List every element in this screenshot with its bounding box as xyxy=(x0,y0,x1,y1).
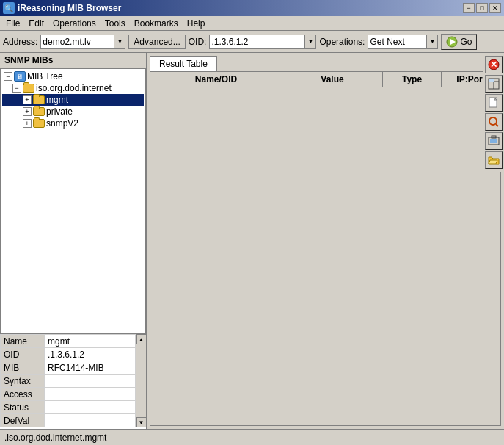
tree-expander-mgmt[interactable]: + xyxy=(23,95,32,104)
operations-input[interactable] xyxy=(368,35,426,49)
tree-node-iso[interactable]: − iso.org.dod.internet xyxy=(2,82,144,94)
prop-row-syntax: Syntax xyxy=(1,375,136,388)
maximize-button[interactable]: □ xyxy=(476,3,488,13)
status-text: .iso.org.dod.internet.mgmt xyxy=(4,433,106,443)
svg-point-11 xyxy=(489,117,497,125)
right-panel: Result Table Name/OID Value Type IP:Port… xyxy=(147,53,504,429)
oid-input[interactable] xyxy=(209,35,304,49)
stop-button[interactable]: ✕ xyxy=(485,56,503,73)
menu-operations[interactable]: Operations xyxy=(48,17,101,30)
prop-row-defval: DefVal xyxy=(1,414,136,427)
capture-icon xyxy=(488,135,500,147)
svg-rect-14 xyxy=(490,139,497,143)
tree-expander-iso[interactable]: − xyxy=(12,84,21,93)
window-title: iReasoning MIB Browser xyxy=(18,3,121,13)
status-bar: .iso.org.dod.internet.mgmt xyxy=(0,429,504,445)
address-dropdown-button[interactable]: ▼ xyxy=(114,35,125,49)
prop-value-mib: RFC1414-MIB xyxy=(45,361,136,375)
tree-expander-private[interactable]: + xyxy=(23,107,32,116)
props-scrollbar[interactable]: ▲ ▼ xyxy=(136,334,146,427)
prop-row-mib: MIB RFC1414-MIB xyxy=(1,361,136,375)
prop-row-access: Access xyxy=(1,388,136,401)
oid-combo-container: ▼ xyxy=(209,35,316,49)
computer-icon: 🖥 xyxy=(14,71,26,82)
tree-node-private[interactable]: + private xyxy=(2,106,144,117)
snmp-mibs-header: SNMP MIBs xyxy=(0,53,146,68)
prop-row-status: Status xyxy=(1,401,136,414)
go-icon xyxy=(446,36,458,48)
open-icon xyxy=(488,154,500,166)
tree-label-mgmt: mgmt xyxy=(46,95,68,105)
menu-file[interactable]: File xyxy=(1,17,24,30)
table-button[interactable] xyxy=(485,75,503,93)
scroll-up-button[interactable]: ▲ xyxy=(136,334,147,344)
prop-value-oid: .1.3.6.1.2 xyxy=(45,348,136,361)
prop-value-syntax xyxy=(45,375,136,388)
result-body xyxy=(150,87,500,425)
operations-combo-container: ▼ xyxy=(368,35,438,49)
tree-expander-mibtree[interactable]: − xyxy=(4,72,12,81)
svg-text:✕: ✕ xyxy=(490,59,497,70)
tree-node-snmpv2[interactable]: + snmpV2 xyxy=(2,117,144,129)
prop-label-mib: MIB xyxy=(1,361,45,375)
title-bar: 🔍 iReasoning MIB Browser − □ ✕ xyxy=(0,0,504,16)
tree-label-private: private xyxy=(46,106,73,117)
svg-line-12 xyxy=(496,124,498,126)
prop-value-name: mgmt xyxy=(45,335,136,348)
advanced-button[interactable]: Advanced... xyxy=(128,35,185,49)
tree-label-mibtree: MIB Tree xyxy=(27,71,63,82)
result-content: Name/OID Value Type IP:Port xyxy=(150,71,501,426)
capture-button[interactable] xyxy=(485,132,503,150)
tree-expander-snmpv2[interactable]: + xyxy=(23,119,32,128)
col-header-type: Type xyxy=(383,72,442,87)
col-header-name: Name/OID xyxy=(150,72,282,87)
prop-label-access: Access xyxy=(1,388,45,401)
result-tab-bar: Result Table xyxy=(147,53,504,71)
left-panel: SNMP MIBs − 🖥 MIB Tree − iso.org.dod.int… xyxy=(0,53,147,429)
close-button[interactable]: ✕ xyxy=(489,3,501,13)
prop-value-defval xyxy=(45,414,136,427)
search-button[interactable] xyxy=(485,113,503,131)
oid-label: OID: xyxy=(189,37,207,47)
new-button[interactable] xyxy=(485,94,503,112)
folder-icon-mgmt xyxy=(33,95,45,104)
operations-dropdown-button[interactable]: ▼ xyxy=(426,35,438,49)
props-body: Name mgmt OID .1.3.6.1.2 MIB RFC1414-MIB xyxy=(0,334,136,427)
address-combo-container: ▼ xyxy=(40,35,125,49)
tree-label-iso: iso.org.dod.internet xyxy=(36,83,112,93)
tree-label-snmpv2: snmpV2 xyxy=(46,118,78,129)
right-toolbar: ✕ xyxy=(483,53,504,172)
open-button[interactable] xyxy=(485,151,503,169)
main-content: SNMP MIBs − 🖥 MIB Tree − iso.org.dod.int… xyxy=(0,53,504,429)
menu-tools[interactable]: Tools xyxy=(101,17,130,30)
scroll-down-button[interactable]: ▼ xyxy=(136,417,147,427)
menu-edit[interactable]: Edit xyxy=(24,17,48,30)
prop-label-syntax: Syntax xyxy=(1,375,45,388)
prop-row-oid: OID .1.3.6.1.2 xyxy=(1,348,136,361)
toolbar: Address: ▼ Advanced... OID: ▼ Operations… xyxy=(0,31,504,53)
folder-icon-private xyxy=(33,107,45,116)
result-table-tab[interactable]: Result Table xyxy=(150,56,217,71)
prop-row-name: Name mgmt xyxy=(1,335,136,348)
menu-help[interactable]: Help xyxy=(183,17,210,30)
folder-icon-snmpv2 xyxy=(33,119,45,128)
stop-icon: ✕ xyxy=(488,59,500,70)
address-label: Address: xyxy=(3,37,37,47)
prop-label-status: Status xyxy=(1,401,45,414)
new-icon xyxy=(488,97,500,109)
properties-panel: Name mgmt OID .1.3.6.1.2 MIB RFC1414-MIB xyxy=(0,333,146,429)
prop-label-name: Name xyxy=(1,335,45,348)
menu-bar: File Edit Operations Tools Bookmarks Hel… xyxy=(0,16,504,31)
search-icon xyxy=(488,116,500,128)
go-button[interactable]: Go xyxy=(441,34,477,50)
col-header-value: Value xyxy=(282,72,383,87)
menu-bookmarks[interactable]: Bookmarks xyxy=(130,17,183,30)
tree-node-mgmt[interactable]: + mgmt xyxy=(2,94,144,106)
address-input[interactable] xyxy=(40,35,114,49)
minimize-button[interactable]: − xyxy=(463,3,475,13)
app-icon: 🔍 xyxy=(3,2,15,14)
tree-node-mibtree[interactable]: − 🖥 MIB Tree xyxy=(2,70,144,82)
oid-dropdown-button[interactable]: ▼ xyxy=(304,35,316,49)
table-icon xyxy=(488,78,500,90)
mib-tree[interactable]: − 🖥 MIB Tree − iso.org.dod.internet + mg… xyxy=(0,68,146,333)
